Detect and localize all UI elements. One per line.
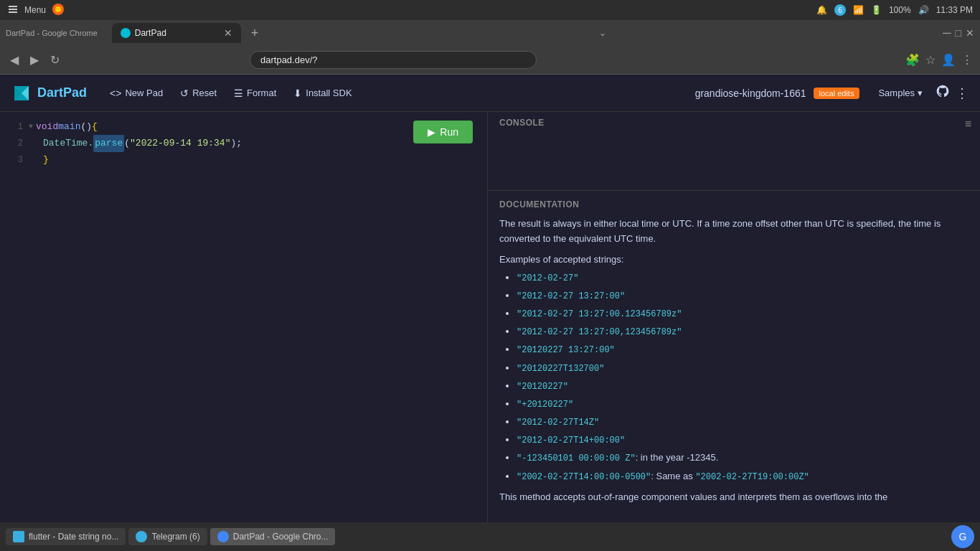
reload-button[interactable]: ↻ — [47, 50, 62, 70]
documentation-text: The result is always in either local tim… — [499, 217, 969, 247]
taskbar-right: G — [951, 525, 974, 548]
list-item: "2012-02-27 13:27:00.123456789z" — [517, 306, 969, 321]
main-content: 1 ▼ void main () { 2 DateTime. parse ( "… — [0, 112, 980, 528]
close-button[interactable]: ✕ — [966, 27, 974, 39]
chrome-taskbar-icon[interactable]: G — [951, 525, 974, 548]
code-editor[interactable]: 1 ▼ void main () { 2 DateTime. parse ( "… — [0, 112, 488, 528]
time-display: 11:33 PM — [936, 5, 973, 15]
fold-arrow-1[interactable]: ▼ — [29, 119, 33, 135]
keyword-void: void — [36, 119, 58, 135]
list-item: "2012-02-27 13:27:00" — [517, 288, 969, 303]
battery-label: 100% — [889, 5, 911, 15]
date-string: "2022-09-14 19:34" — [130, 136, 230, 151]
taskbar-label-flutter: flutter - Date string no... — [29, 532, 118, 542]
list-item: "2012-02-27" — [517, 270, 969, 286]
paren-close2: ); — [230, 136, 242, 151]
maximize-button[interactable]: □ — [956, 27, 961, 39]
line-number-1: 1 — [6, 119, 23, 135]
dartpad-logo-icon — [11, 83, 32, 103]
parse-method-selected: parse — [93, 135, 124, 152]
new-tab-button[interactable]: + — [247, 26, 263, 41]
svg-point-4 — [55, 6, 61, 12]
line-number-2: 2 — [6, 136, 23, 151]
list-item: "20120227 13:27:00" — [517, 342, 969, 357]
install-sdk-button[interactable]: ⬇ Install SDK — [285, 83, 360, 103]
paren2: ( — [124, 136, 130, 151]
minimize-button[interactable]: ─ — [943, 27, 951, 39]
list-item: "20120227T132700" — [517, 361, 969, 376]
format-button[interactable]: ☰ Format — [225, 83, 285, 103]
dartpad-toolbar: DartPad <> New Pad ↺ Reset ☰ Format ⬇ In… — [0, 75, 980, 112]
list-item: "2012-02-27T14+00:00" — [517, 433, 969, 448]
right-panel: Console ≡ Documentation The result is al… — [488, 112, 980, 528]
format-icon: ☰ — [234, 88, 243, 99]
new-pad-button[interactable]: <> New Pad — [101, 83, 171, 103]
list-item: "20120227" — [517, 379, 969, 394]
back-button[interactable]: ◀ — [7, 50, 22, 70]
list-item: "-123450101 00:00:00 Z": in the year -12… — [517, 451, 969, 466]
reset-icon: ↺ — [180, 88, 189, 99]
chrome-app-icon — [217, 531, 229, 542]
datetime-class: DateTime. — [43, 136, 93, 151]
volume-icon: 🔊 — [918, 5, 929, 15]
run-play-icon: ▶ — [428, 126, 435, 138]
tab-list-button[interactable]: ⌄ — [599, 28, 606, 38]
flutter-app-icon — [13, 531, 24, 542]
tab-title: DartPad — [135, 28, 166, 38]
taskbar: flutter - Date string no... Telegram (6)… — [0, 522, 980, 551]
documentation-tail: This method accepts out-of-range compone… — [499, 490, 969, 505]
address-bar: ◀ ▶ ↻ 🧩 ☆ 👤 ⋮ — [0, 46, 980, 75]
documentation-panel: Documentation The result is always in ei… — [488, 191, 980, 528]
extensions-icon[interactable]: 🧩 — [905, 53, 920, 67]
menu-dots-icon[interactable]: ⋮ — [961, 53, 973, 67]
local-edits-badge: local edits — [814, 88, 860, 99]
chrome-title: DartPad - Google Chrome — [6, 29, 98, 37]
line-number-3: 3 — [6, 152, 23, 168]
tab-close-button[interactable]: ✕ — [224, 27, 232, 39]
install-sdk-icon: ⬇ — [293, 88, 302, 99]
svg-rect-2 — [9, 11, 17, 13]
console-label: Console — [499, 118, 969, 128]
svg-rect-0 — [9, 6, 17, 7]
function-main: main — [58, 119, 80, 135]
bookmark-icon[interactable]: ☆ — [925, 53, 936, 67]
list-item: "2012-02-27 13:27:00,123456789z" — [517, 324, 969, 339]
taskbar-item-flutter[interactable]: flutter - Date string no... — [6, 528, 126, 545]
profile-icon[interactable]: 👤 — [941, 53, 956, 67]
more-options-button[interactable]: ⋮ — [956, 85, 969, 101]
dartpad-logo: DartPad — [11, 83, 87, 103]
chrome-tab[interactable]: DartPad ✕ — [112, 23, 241, 43]
list-item: "2002-02-27T14:00:00-0500": Same as "200… — [517, 469, 969, 484]
taskbar-label-dartpad: DartPad - Google Chro... — [233, 532, 329, 542]
examples-list: "2012-02-27" "2012-02-27 13:27:00" "2012… — [499, 270, 969, 484]
menu-icon[interactable] — [7, 4, 19, 17]
os-bar: Menu 🔔 6 📶 🔋 100% 🔊 11:33 PM — [0, 0, 980, 20]
taskbar-label-telegram: Telegram (6) — [151, 532, 199, 542]
taskbar-item-dartpad[interactable]: DartPad - Google Chro... — [210, 528, 336, 545]
new-pad-icon: <> — [110, 88, 121, 99]
forward-button[interactable]: ▶ — [27, 50, 42, 70]
brace-close: } — [43, 152, 49, 168]
bell-icon[interactable]: 🔔 — [816, 5, 827, 15]
chevron-down-icon: ▾ — [918, 88, 923, 98]
console-menu-icon[interactable]: ≡ — [965, 118, 971, 131]
menu-label[interactable]: Menu — [24, 5, 46, 15]
list-item: "2012-02-27T14Z" — [517, 415, 969, 430]
dartpad-logo-text: DartPad — [37, 85, 87, 100]
reset-button[interactable]: ↺ Reset — [171, 83, 225, 103]
list-item: "+20120227" — [517, 397, 969, 412]
samples-button[interactable]: Samples ▾ — [871, 83, 930, 103]
paren-open: () — [80, 119, 92, 135]
examples-title: Examples of accepted strings: — [499, 254, 969, 265]
chrome-title-bar: DartPad - Google Chrome DartPad ✕ + ⌄ ─ … — [0, 20, 980, 46]
github-icon[interactable] — [936, 84, 950, 102]
code-line-3: 3 } — [0, 152, 487, 168]
address-input[interactable] — [250, 51, 537, 69]
telegram-icon — [136, 531, 147, 542]
console-panel: Console ≡ — [488, 112, 980, 191]
run-button[interactable]: ▶ Run — [413, 121, 473, 143]
svg-rect-1 — [9, 9, 17, 10]
taskbar-item-telegram[interactable]: Telegram (6) — [128, 528, 207, 545]
battery-icon: 🔋 — [871, 5, 882, 15]
wifi-icon: 📶 — [853, 5, 864, 15]
